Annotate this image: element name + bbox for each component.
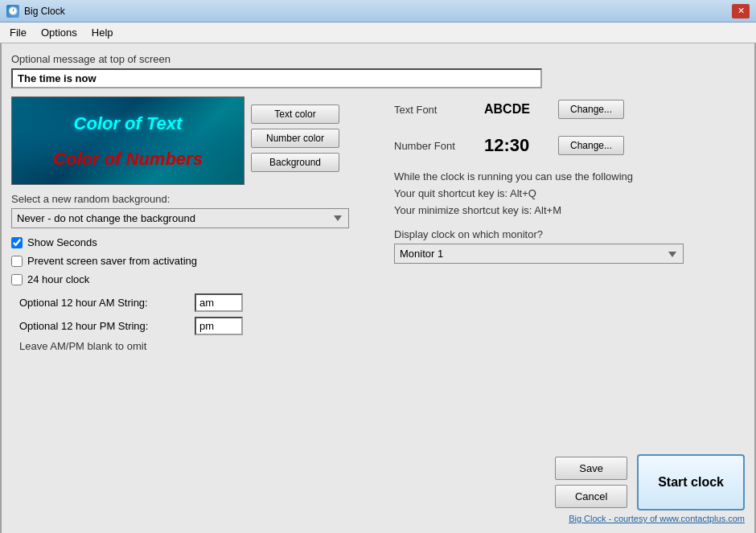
color-section: Color of Text Color of Numbers Text colo…	[11, 96, 373, 185]
number-font-label: Number Font	[394, 140, 475, 152]
main-content: Color of Text Color of Numbers Text colo…	[11, 96, 745, 523]
pm-row: Optional 12 hour PM String:	[11, 317, 373, 335]
prevent-screensaver-row: Prevent screen saver from activating	[11, 255, 373, 267]
show-seconds-label: Show Seconds	[27, 236, 97, 248]
message-section: Optional message at top of screen	[11, 53, 745, 88]
background-select-label: Select a new random background:	[11, 193, 373, 205]
am-row: Optional 12 hour AM String:	[11, 293, 373, 312]
right-panel: Text Font ABCDE Change... Number Font 12…	[386, 96, 745, 523]
text-color-button[interactable]: Text color	[251, 105, 339, 124]
start-clock-button[interactable]: Start clock	[637, 454, 745, 510]
menu-file[interactable]: File	[3, 24, 33, 41]
shortcut-quit-line: Your quit shortcut key is: Alt+Q	[394, 186, 745, 203]
number-font-row: Number Font 12:30 Change...	[394, 132, 745, 159]
text-font-row: Text Font ABCDE Change...	[394, 96, 745, 122]
main-window: Optional message at top of screen Color …	[0, 43, 756, 533]
prevent-screensaver-checkbox[interactable]	[11, 256, 23, 267]
hour24-checkbox[interactable]	[11, 274, 23, 285]
titlebar-left: 🕐 Big Clock	[6, 5, 65, 18]
credit-link[interactable]: Big Clock - courtesy of www.contactplus.…	[394, 514, 745, 523]
am-label: Optional 12 hour AM String:	[19, 297, 188, 309]
app-icon: 🕐	[6, 5, 19, 18]
color-preview: Color of Text Color of Numbers	[11, 96, 244, 185]
bottom-area: Save Cancel Start clock Big Clock - cour…	[394, 454, 745, 523]
monitor-select[interactable]: Monitor 1 Monitor 2	[394, 244, 684, 264]
ampm-note: Leave AM/PM blank to omit	[11, 340, 373, 352]
pm-input[interactable]	[195, 317, 243, 335]
background-button[interactable]: Background	[251, 153, 339, 172]
bottom-buttons-row: Save Cancel Start clock	[394, 454, 745, 510]
text-font-label: Text Font	[394, 104, 475, 116]
titlebar: 🕐 Big Clock ✕	[0, 0, 756, 23]
show-seconds-row: Show Seconds	[11, 236, 373, 248]
shortcut-info-line: While the clock is running you can use t…	[394, 169, 745, 186]
menu-help[interactable]: Help	[85, 24, 120, 41]
close-button[interactable]: ✕	[732, 4, 750, 18]
monitor-label: Display clock on which monitor?	[394, 228, 745, 240]
text-font-change-button[interactable]: Change...	[558, 100, 624, 119]
menubar: File Options Help	[0, 23, 756, 43]
message-label: Optional message at top of screen	[11, 53, 745, 65]
prevent-screensaver-label: Prevent screen saver from activating	[27, 255, 197, 267]
preview-number-color: Color of Numbers	[53, 149, 203, 170]
shortcut-info: While the clock is running you can use t…	[394, 169, 745, 219]
shortcut-minimize-line: Your minimize shortcut key is: Alt+M	[394, 203, 745, 219]
save-cancel-col: Save Cancel	[555, 457, 627, 508]
pm-label: Optional 12 hour PM String:	[19, 320, 188, 332]
number-font-change-button[interactable]: Change...	[558, 136, 624, 155]
message-input[interactable]	[11, 68, 542, 88]
number-font-preview: 12:30	[484, 135, 549, 156]
background-select[interactable]: Never - do not change the background Eve…	[11, 208, 349, 228]
text-font-preview: ABCDE	[484, 102, 549, 117]
monitor-section: Display clock on which monitor? Monitor …	[394, 228, 745, 264]
checkbox-section: Show Seconds Prevent screen saver from a…	[11, 236, 373, 285]
am-input[interactable]	[195, 293, 243, 312]
ampm-section: Optional 12 hour AM String: Optional 12 …	[11, 293, 373, 352]
menu-options[interactable]: Options	[35, 24, 84, 41]
color-buttons: Text color Number color Background	[251, 96, 339, 172]
show-seconds-checkbox[interactable]	[11, 237, 23, 248]
cancel-button[interactable]: Cancel	[555, 485, 627, 508]
background-section: Select a new random background: Never - …	[11, 193, 373, 228]
titlebar-title: Big Clock	[24, 6, 65, 17]
hour24-row: 24 hour clock	[11, 273, 373, 285]
left-panel: Color of Text Color of Numbers Text colo…	[11, 96, 373, 523]
save-button[interactable]: Save	[555, 457, 627, 480]
preview-text-color: Color of Text	[74, 113, 183, 134]
hour24-label: 24 hour clock	[27, 273, 89, 285]
number-color-button[interactable]: Number color	[251, 129, 339, 148]
